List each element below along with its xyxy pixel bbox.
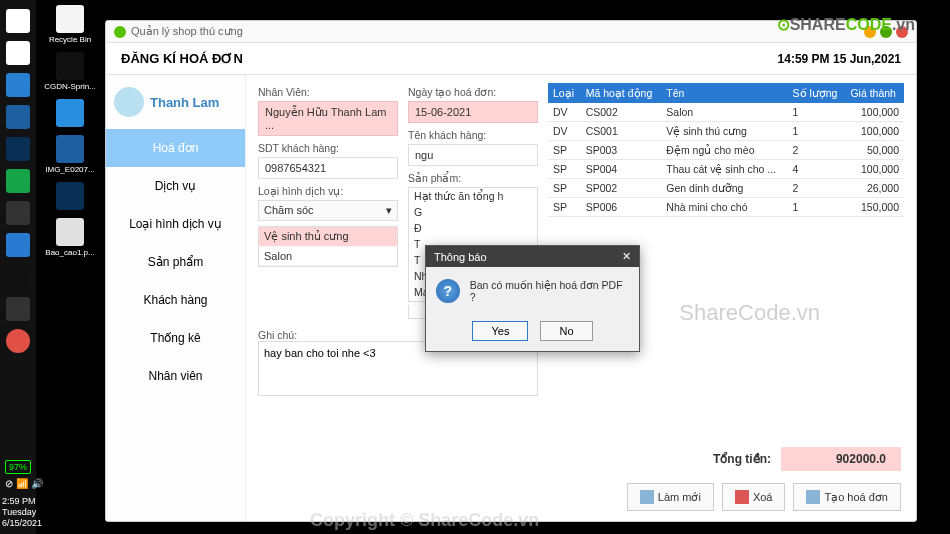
action-buttons: Làm mới Xoá Tạo hoá đơn [627,483,901,511]
nhan-vien-field[interactable]: Nguyễn Hữu Thanh Lam ... [258,101,398,136]
invoice-table: Loại Mã hoạt động Tên Số lượng Giá thành… [548,83,904,217]
table-row[interactable]: DVCS001Vệ sinh thú cưng1100,000 [548,122,904,141]
user-block: Thanh Lam [106,75,245,129]
taskbar-app-icon[interactable] [6,265,30,289]
label-ngay-tao: Ngày tạo hoá đơn: [408,86,538,98]
label-ten-kh: Tên khách hàng: [408,129,538,141]
user-name: Thanh Lam [150,95,219,110]
xoa-button[interactable]: Xoá [722,483,786,511]
total-row: Tổng tiền: 902000.0 [713,447,901,471]
th-loai: Loại [548,83,581,103]
table-row[interactable]: SPSP006Nhà mini cho chó1150,000 [548,198,904,217]
label-sdt: SDT khách hàng: [258,142,398,154]
ngay-tao-field[interactable]: 15-06-2021 [408,101,538,123]
taskbar-app-icon[interactable] [6,297,30,321]
ten-kh-field[interactable]: ngu [408,144,538,166]
sidebar-item-hoa-don[interactable]: Hoá đơn [106,129,245,167]
battery-indicator: 97% [5,460,31,474]
sidebar: Thanh Lam Hoá đơn Dịch vụ Loại hình dịch… [106,75,246,521]
tao-hoa-don-button[interactable]: Tạo hoá đơn [793,483,901,511]
desktop-icon[interactable]: Bao_cao1.p... [40,218,100,257]
sidebar-item-san-pham[interactable]: Sản phẩm [106,243,245,281]
desktop-icon[interactable] [40,182,100,210]
taskbar-app-icon[interactable] [6,105,30,129]
list-item[interactable]: G [409,204,537,220]
sidebar-item-nhan-vien[interactable]: Nhân viên [106,357,245,395]
create-icon [806,490,820,504]
taskbar-app-icon[interactable] [6,201,30,225]
desktop-icon[interactable] [40,99,100,127]
sidebar-item-khach-hang[interactable]: Khách hàng [106,281,245,319]
th-sl: Số lượng [788,83,846,103]
dialog-title: Thông báo [434,251,487,263]
tong-tien-value: 902000.0 [781,447,901,471]
table-row[interactable]: SPSP004Thau cát vệ sinh cho ...4100,000 [548,160,904,179]
window-title: Quản lý shop thú cưng [131,25,243,38]
desktop-icon[interactable]: CGDN-Sprin... [40,52,100,91]
desktop-icon[interactable]: Recycle Bin [40,5,100,44]
desktop-icon[interactable]: IMG_E0207... [40,135,100,174]
sharecode-logo: ⊙SHARECODE.vn [777,15,915,34]
label-nhan-vien: Nhân Viên: [258,86,398,98]
refresh-icon [640,490,654,504]
table-row[interactable]: SPSP003Đệm ngủ cho mèo250,000 [548,141,904,160]
dialog-no-button[interactable]: No [540,321,592,341]
avatar [114,87,144,117]
th-gia: Giá thành [845,83,904,103]
taskbar-app-icon[interactable] [6,41,30,65]
delete-icon [735,490,749,504]
lam-moi-button[interactable]: Làm mới [627,483,714,511]
taskbar-app-icon[interactable] [6,169,30,193]
list-item[interactable]: Hạt thức ăn tổng h [409,188,537,204]
dialog-close-icon[interactable]: ✕ [622,250,631,263]
app-icon [114,26,126,38]
question-icon: ? [436,279,460,303]
table-row[interactable]: DVCS002Salon1100,000 [548,103,904,122]
list-item[interactable]: Salon [259,247,397,266]
sidebar-item-thong-ke[interactable]: Thống kê [106,319,245,357]
dialog-yes-button[interactable]: Yes [472,321,528,341]
page-header: ĐĂNG KÍ HOÁ ĐƠN 14:59 PM 15 Jun,2021 [106,43,916,75]
label-san-pham: Sản phẩm: [408,172,538,184]
dialog-message: Ban có muốn hiện hoá đơn PDF ? [470,279,629,303]
sidebar-item-dich-vu[interactable]: Dịch vụ [106,167,245,205]
loai-hinh-select[interactable]: Chăm sóc ▾ [258,200,398,221]
taskbar-app-icon[interactable] [6,329,30,353]
watermark-center: ShareCode.vn [679,300,820,326]
start-icon[interactable] [6,9,30,33]
table-row[interactable]: SPSP002Gen dinh dưỡng226,000 [548,179,904,198]
label-tong-tien: Tổng tiền: [713,452,771,466]
desktop-icons: Recycle Bin CGDN-Sprin... IMG_E0207... B… [40,5,100,265]
clock[interactable]: 2:59 PM Tuesday 6/15/2021 [2,496,42,529]
service-listbox[interactable]: Vệ sinh thủ cưng Salon [258,226,398,267]
dialog-titlebar: Thông báo ✕ [426,246,639,267]
list-item[interactable]: Đ [409,220,537,236]
th-ten: Tên [661,83,787,103]
confirm-dialog: Thông báo ✕ ? Ban có muốn hiện hoá đơn P… [425,245,640,352]
th-ma: Mã hoạt động [581,83,662,103]
timestamp: 14:59 PM 15 Jun,2021 [778,52,901,66]
label-loai-hinh: Loại hình dịch vụ: [258,185,398,197]
taskbar-app-icon[interactable] [6,73,30,97]
taskbar-app-icon[interactable] [6,137,30,161]
chevron-down-icon: ▾ [386,204,392,217]
taskbar-app-icon[interactable] [6,233,30,257]
tray-icons[interactable]: ⊘ 📶 🔊 [5,478,43,489]
sidebar-item-loai-hinh[interactable]: Loại hình dịch vụ [106,205,245,243]
taskbar [0,0,36,534]
watermark-copyright: Copyright © ShareCode.vn [310,510,539,531]
list-item[interactable]: Vệ sinh thủ cưng [259,227,397,247]
page-title: ĐĂNG KÍ HOÁ ĐƠN [121,51,243,66]
sdt-field[interactable]: 0987654321 [258,157,398,179]
